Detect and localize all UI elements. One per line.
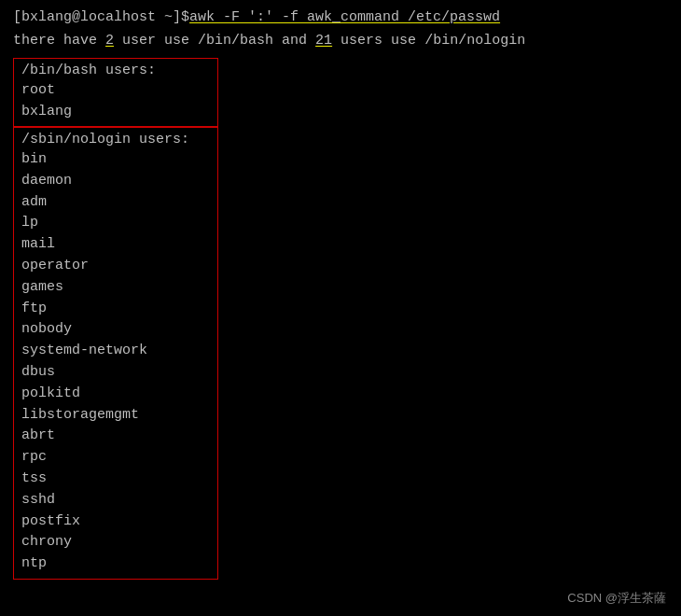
command-text: awk -F ':' -f awk_command /etc/passwd: [189, 9, 500, 25]
nologin-users-box: /sbin/nologin users: bindaemonadmlpmailo…: [13, 127, 218, 580]
list-item: ftp: [21, 299, 210, 320]
list-item: games: [21, 277, 210, 299]
summary-middle1: user use /bin/bash and: [114, 33, 315, 49]
nologin-users-list: bindaemonadmlpmailoperatorgamesftpnobody…: [21, 149, 210, 575]
bash-section-title: /bin/bash users:: [21, 63, 210, 78]
list-item: lp: [21, 213, 210, 234]
list-item: adm: [21, 192, 210, 214]
watermark: CSDN @浮生茶薩: [567, 590, 666, 607]
bash-users-box: /bin/bash users: rootbxlang: [13, 58, 218, 127]
list-item: root: [21, 80, 210, 102]
summary-line: there have 2 user use /bin/bash and 21 u…: [13, 33, 668, 49]
list-item: polkitd: [21, 384, 210, 405]
list-item: operator: [21, 256, 210, 277]
command-line: [bxlang@localhost ~]$ awk -F ':' -f awk_…: [13, 9, 668, 25]
list-item: daemon: [21, 171, 210, 192]
list-item: libstoragemgmt: [21, 405, 210, 427]
terminal-window: [bxlang@localhost ~]$ awk -F ':' -f awk_…: [0, 0, 681, 616]
list-item: postfix: [21, 511, 210, 533]
list-item: abrt: [21, 426, 210, 447]
list-item: bxlang: [21, 102, 210, 123]
list-item: sshd: [21, 490, 210, 511]
list-item: bin: [21, 149, 210, 171]
bash-count: 2: [105, 33, 114, 49]
list-item: mail: [21, 234, 210, 256]
list-item: tss: [21, 469, 210, 490]
list-item: chrony: [21, 532, 210, 553]
nologin-count: 21: [315, 33, 332, 49]
list-item: rpc: [21, 447, 210, 469]
summary-middle2: users use /bin/nologin: [332, 33, 525, 49]
nologin-section-title: /sbin/nologin users:: [21, 132, 210, 147]
list-item: systemd-network: [21, 341, 210, 362]
shell-prompt: [bxlang@localhost ~]$: [13, 9, 189, 25]
summary-prefix: there have: [13, 33, 105, 49]
list-item: ntp: [21, 553, 210, 575]
bash-users-list: rootbxlang: [21, 80, 210, 122]
list-item: nobody: [21, 319, 210, 341]
list-item: dbus: [21, 362, 210, 384]
